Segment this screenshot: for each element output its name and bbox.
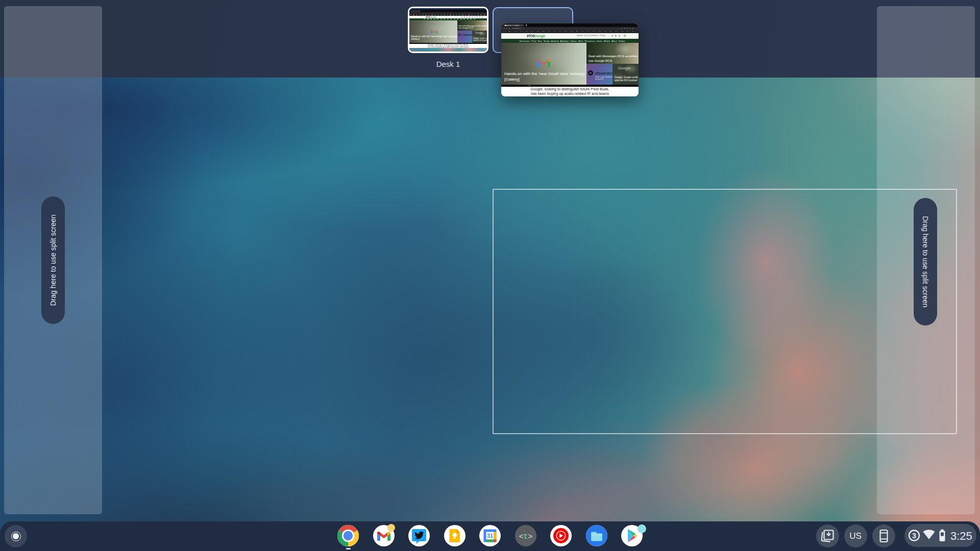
svg-text:<t>: <t> — [519, 532, 532, 541]
svg-text:31: 31 — [487, 533, 493, 539]
svg-text:3:25: 3:25 — [950, 530, 972, 542]
svg-text:3: 3 — [912, 532, 916, 540]
